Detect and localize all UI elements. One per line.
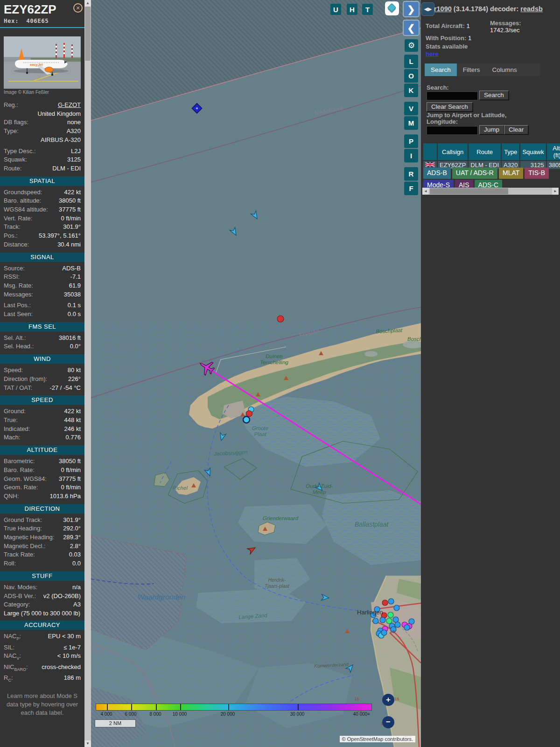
- badge-tis-b[interactable]: TIS-B: [525, 168, 549, 179]
- section-header-accuracy: ACCURACY: [0, 620, 84, 630]
- zoom-in-button[interactable]: +: [382, 694, 394, 706]
- data-row: Magnetic Heading:289.3°: [0, 533, 84, 542]
- ship-marker[interactable]: [374, 606, 380, 612]
- ship-marker[interactable]: [409, 619, 414, 624]
- layer-toggle-R[interactable]: R: [404, 167, 418, 181]
- data-row: Track:301.9°: [0, 223, 84, 232]
- tab-columns[interactable]: Columns: [486, 63, 523, 76]
- layer-toggle-M[interactable]: M: [404, 116, 418, 130]
- hscroll-thumb[interactable]: [430, 188, 508, 194]
- collapse-panel-button[interactable]: ❮: [403, 20, 420, 36]
- ship-marker[interactable]: [380, 617, 385, 623]
- badge-ads-b[interactable]: ADS-B: [423, 168, 451, 179]
- data-row: Baro. altitude:38050 ft: [0, 197, 84, 205]
- map-button-U[interactable]: U: [330, 4, 341, 15]
- col-header-Callsign[interactable]: Callsign: [438, 143, 468, 160]
- layer-toggle-F[interactable]: F: [404, 182, 418, 195]
- col-header-flag[interactable]: [423, 143, 437, 160]
- data-row: Direction (from):226°: [0, 375, 84, 384]
- aircraft-data-sections: SPATIALGroundspeed:422 ktBaro. altitude:…: [0, 176, 84, 685]
- jump-input[interactable]: [427, 126, 478, 135]
- legend-tick: [228, 704, 229, 710]
- section-header-stuff: STUFF: [0, 571, 84, 581]
- info-row: Squawk:3125: [0, 155, 84, 164]
- layer-toggle-O[interactable]: O: [404, 69, 418, 83]
- scroll-right-icon[interactable]: ►: [552, 188, 559, 195]
- osm-attribution[interactable]: © OpenStreetMap contributors.: [340, 736, 415, 742]
- search-input[interactable]: [427, 92, 478, 100]
- col-header-Squawk[interactable]: Squawk: [520, 143, 546, 160]
- data-row: True:448 kt: [0, 416, 84, 425]
- ship-marker[interactable]: [371, 612, 376, 618]
- ship-marker[interactable]: [394, 605, 399, 611]
- ship-marker[interactable]: [373, 618, 378, 624]
- jump-label: Jump to Airport or Latitude, Longitude:: [427, 112, 532, 125]
- search-button[interactable]: Search: [479, 91, 509, 100]
- stats-here-link[interactable]: here: [426, 50, 438, 57]
- layer-toggle-I[interactable]: I: [404, 149, 418, 162]
- data-row: Indicated:246 kt: [0, 425, 84, 434]
- panel-width-toggle-icon[interactable]: ◀▶: [421, 2, 434, 16]
- col-header-Route[interactable]: Route: [469, 143, 501, 160]
- data-row: RSSI:-7.1: [0, 273, 84, 282]
- layers-icon[interactable]: [385, 1, 399, 15]
- col-header-Alt. (ft)[interactable]: Alt. (ft): [547, 143, 560, 160]
- aircraft-callsign: EZY62ZP: [4, 2, 81, 16]
- clear-button[interactable]: Clear: [504, 125, 528, 134]
- readsb-link[interactable]: readsb: [520, 5, 543, 13]
- scroll-up-icon[interactable]: ▲: [84, 0, 91, 7]
- scroll-left-icon[interactable]: ◄: [422, 188, 429, 195]
- legend-tick: [180, 704, 181, 710]
- data-row: Nav. Modes:n/a: [0, 583, 84, 592]
- ship-marker[interactable]: [386, 618, 392, 624]
- clear-search-button[interactable]: Clear Search: [427, 102, 473, 112]
- ship-marker[interactable]: [381, 630, 387, 635]
- stats-available: Stats available: [426, 43, 468, 50]
- sidebar-scrollbar[interactable]: ▲ ▼: [84, 0, 91, 747]
- layer-toggle-L[interactable]: L: [404, 55, 418, 68]
- layer-toggle-P[interactable]: P: [404, 134, 418, 148]
- data-row: Geom. WGS84:37775 ft: [0, 475, 84, 484]
- ship-marker[interactable]: [388, 612, 393, 618]
- col-header-Type[interactable]: Type: [502, 143, 519, 160]
- badge-uat-ads-r[interactable]: UAT / ADS-R: [452, 168, 497, 179]
- aircraft-photo[interactable]: easyJet: [4, 36, 81, 89]
- tab-search[interactable]: Search: [425, 63, 457, 76]
- aircraft-table[interactable]: CallsignRouteTypeSquawkAlt. (ft)EZY62ZPD…: [422, 142, 560, 170]
- ship-marker[interactable]: [243, 416, 250, 423]
- info-row: DB flags:none: [0, 118, 84, 127]
- scrollbar-thumb[interactable]: [85, 7, 91, 61]
- ship-marker[interactable]: [277, 316, 284, 322]
- scroll-down-icon[interactable]: ▼: [84, 740, 91, 747]
- scale-bar: 2 NM: [95, 719, 136, 727]
- layer-toggle-V[interactable]: V: [404, 102, 418, 115]
- legend-tick-label: 4 000: [100, 712, 112, 717]
- jump-button[interactable]: Jump: [479, 125, 504, 134]
- gear-icon[interactable]: ⚙: [405, 39, 418, 52]
- map-button-T[interactable]: T: [362, 4, 373, 15]
- panel-tabs: SearchFiltersColumns: [425, 63, 540, 76]
- ship-marker[interactable]: [388, 599, 394, 604]
- ship-marker[interactable]: [404, 625, 410, 630]
- map[interactable]: NederlandFryslânFryslânllandBoschplaatBo…: [91, 0, 421, 747]
- ship-marker[interactable]: [382, 600, 388, 606]
- close-icon[interactable]: ✕: [73, 3, 83, 13]
- table-horizontal-scrollbar[interactable]: ◄ ►: [422, 188, 559, 195]
- ship-marker[interactable]: [393, 617, 399, 622]
- ship-marker[interactable]: [391, 627, 396, 632]
- data-row: NACP:EPU < 30 m: [0, 632, 84, 643]
- map-button-H[interactable]: H: [347, 4, 357, 15]
- layer-toggle-K[interactable]: K: [404, 84, 418, 97]
- ship-marker[interactable]: [246, 411, 252, 417]
- map-canvas[interactable]: [91, 0, 421, 747]
- ship-marker[interactable]: [395, 622, 400, 627]
- data-row: Magnetic Decl.:2.8°: [0, 542, 84, 551]
- expand-panel-button[interactable]: ❯: [403, 1, 420, 17]
- data-row: SIL:≤ 1e-7: [0, 643, 84, 652]
- section-header-signal: SIGNAL: [0, 253, 84, 262]
- tab-filters[interactable]: Filters: [457, 63, 486, 76]
- zoom-out-button[interactable]: −: [382, 716, 394, 728]
- section-header-fms-sel: FMS SEL: [0, 322, 84, 331]
- divider: [0, 27, 84, 28]
- badge-mlat[interactable]: MLAT: [499, 168, 523, 179]
